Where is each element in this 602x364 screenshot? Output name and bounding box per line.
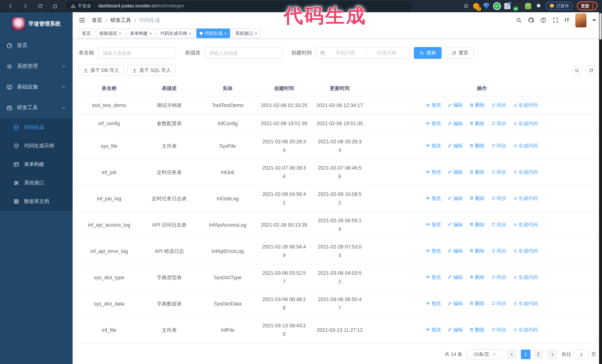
generate-code-link[interactable]: 生成代码 <box>513 168 538 176</box>
sync-link[interactable]: 同步 <box>491 194 506 203</box>
generate-code-link[interactable]: 生成代码 <box>513 247 538 255</box>
extension-grid-icon[interactable] <box>504 3 510 9</box>
edit-link[interactable]: 编辑 <box>448 168 463 176</box>
sync-link[interactable]: 同步 <box>491 299 506 308</box>
view-tab[interactable]: 系统接口 × <box>232 29 261 38</box>
delete-link[interactable]: 删除 <box>469 299 484 308</box>
view-tab[interactable]: 表单构建 × <box>127 29 155 38</box>
sidebar-item-codegen-example[interactable]: 代码生成示例 <box>0 137 73 155</box>
preview-link[interactable]: 预览 <box>426 325 441 334</box>
page-number-button[interactable]: 2 <box>533 350 543 359</box>
generate-code-link[interactable]: 生成代码 <box>513 220 538 229</box>
toggle-search-button[interactable] <box>572 65 582 75</box>
tab-close-icon[interactable]: × <box>189 31 191 36</box>
preview-link[interactable]: 预览 <box>426 141 441 150</box>
date-range-picker[interactable]: 开始日期 - 结束日期 <box>316 47 409 59</box>
extension-gem-icon[interactable] <box>484 3 490 9</box>
delete-link[interactable]: 删除 <box>469 325 484 334</box>
import-sql-button[interactable]: 基于 SQL 导入 <box>128 65 176 76</box>
view-tab[interactable]: 链路追踪 × <box>96 29 125 38</box>
security-warning[interactable]: 不安全 <box>71 3 91 9</box>
breadcrumb-devtools[interactable]: 研发工具 <box>110 17 131 24</box>
search-button[interactable]: 搜索 <box>414 47 441 59</box>
generate-code-link[interactable]: 生成代码 <box>513 194 538 203</box>
fullscreen-icon[interactable] <box>553 17 559 23</box>
preview-link[interactable]: 预览 <box>426 101 441 109</box>
generate-code-link[interactable]: 生成代码 <box>513 101 538 109</box>
preview-link[interactable]: 预览 <box>426 299 441 308</box>
delete-link[interactable]: 删除 <box>469 247 484 255</box>
delete-link[interactable]: 删除 <box>469 194 484 203</box>
table-desc-input[interactable] <box>204 47 282 59</box>
edit-link[interactable]: 编辑 <box>448 273 463 281</box>
view-tab[interactable]: 代码生成示例 × <box>157 29 195 38</box>
forward-button[interactable] <box>20 1 30 11</box>
extension-orange-icon[interactable]: 1 <box>473 3 479 9</box>
sidebar-item-home[interactable]: 首页 <box>0 35 73 56</box>
generate-code-link[interactable]: 生成代码 <box>513 299 538 308</box>
scrollbar-thumb[interactable] <box>599 13 602 40</box>
refresh-table-button[interactable] <box>586 65 596 75</box>
edit-link[interactable]: 编辑 <box>448 220 463 229</box>
scrollbar[interactable] <box>599 12 602 364</box>
extension-dark-icon[interactable]: on <box>515 3 521 9</box>
edit-link[interactable]: 编辑 <box>448 119 463 128</box>
breadcrumb-home[interactable]: 首页 <box>92 17 102 24</box>
delete-link[interactable]: 删除 <box>469 119 484 128</box>
delete-link[interactable]: 删除 <box>469 101 484 109</box>
edit-link[interactable]: 编辑 <box>448 101 463 109</box>
back-button[interactable] <box>6 1 15 11</box>
prev-page-button[interactable] <box>507 350 516 359</box>
preview-link[interactable]: 预览 <box>426 194 441 203</box>
preview-link[interactable]: 预览 <box>426 273 441 281</box>
extension-robot-icon[interactable] <box>525 3 531 9</box>
view-tab[interactable]: 代码生成 × <box>196 29 230 38</box>
view-tab[interactable]: 首页 × <box>78 29 94 38</box>
generate-code-link[interactable]: 生成代码 <box>513 325 538 334</box>
user-avatar[interactable] <box>575 13 586 27</box>
font-size-icon[interactable]: tT <box>565 18 570 23</box>
help-icon[interactable] <box>540 17 547 23</box>
bookmark-star-icon[interactable] <box>463 3 469 9</box>
sidebar-item-codegen[interactable]: 代码生成 <box>0 118 73 137</box>
generate-code-link[interactable]: 生成代码 <box>513 273 538 281</box>
more-menu-icon[interactable] <box>592 5 593 7</box>
goto-page-input[interactable] <box>574 349 589 360</box>
tab-close-icon[interactable]: × <box>150 31 152 36</box>
preview-link[interactable]: 预览 <box>426 168 441 176</box>
sync-link[interactable]: 同步 <box>491 101 506 109</box>
extension-check-icon[interactable] <box>494 3 500 9</box>
sync-link[interactable]: 同步 <box>491 220 506 229</box>
edit-link[interactable]: 编辑 <box>448 299 463 308</box>
home-button[interactable] <box>50 1 60 11</box>
edit-link[interactable]: 编辑 <box>448 325 463 334</box>
sync-link[interactable]: 同步 <box>491 168 506 176</box>
sync-link[interactable]: 同步 <box>491 141 506 150</box>
sync-link[interactable]: 同步 <box>491 273 506 281</box>
next-page-button[interactable] <box>548 350 557 359</box>
sidebar-item-system-api[interactable]: 系统接口 <box>0 174 73 192</box>
delete-link[interactable]: 删除 <box>469 273 484 281</box>
import-db-button[interactable]: 基于 DB 导入 <box>78 65 124 76</box>
github-icon[interactable] <box>528 17 534 23</box>
page-size-select[interactable]: 10条/页 <box>467 349 502 360</box>
sidebar-item-form-builder[interactable]: 表单构建 <box>0 155 73 174</box>
tab-close-icon[interactable]: × <box>224 31 227 36</box>
update-button[interactable]: 更新 <box>577 1 598 10</box>
sync-link[interactable]: 同步 <box>491 247 506 255</box>
edit-link[interactable]: 编辑 <box>448 141 463 150</box>
preview-link[interactable]: 预览 <box>426 119 441 128</box>
page-number-button[interactable]: 1 <box>521 350 530 359</box>
delete-link[interactable]: 删除 <box>469 220 484 229</box>
sync-link[interactable]: 同步 <box>491 325 506 334</box>
generate-code-link[interactable]: 生成代码 <box>513 141 538 150</box>
sync-link[interactable]: 同步 <box>491 119 506 128</box>
tab-close-icon[interactable]: × <box>119 31 121 36</box>
extensions-puzzle-icon[interactable] <box>535 3 542 9</box>
preview-link[interactable]: 预览 <box>426 247 441 255</box>
sidebar-item-infra[interactable]: 基础设施 <box>0 77 73 97</box>
preview-link[interactable]: 预览 <box>426 220 441 229</box>
generate-code-link[interactable]: 生成代码 <box>513 119 538 128</box>
tab-close-icon[interactable]: × <box>255 31 257 36</box>
sidebar-item-devtools[interactable]: 研发工具 <box>0 97 73 118</box>
